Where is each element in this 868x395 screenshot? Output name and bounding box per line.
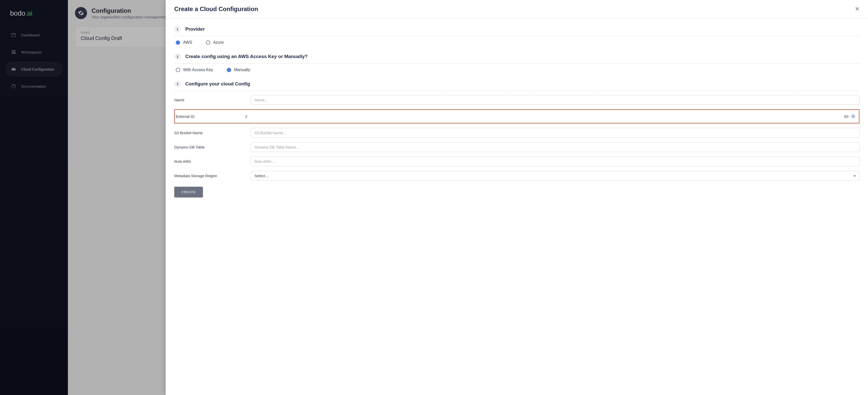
dynamo-input[interactable] bbox=[251, 142, 860, 152]
external-id-right: 60 bbox=[844, 114, 848, 119]
form-row-s3: S3 Bucket Name bbox=[174, 128, 860, 138]
form-row-name: Name bbox=[174, 95, 860, 105]
step-number: 3 bbox=[174, 81, 181, 87]
radio-manually[interactable]: Manually bbox=[227, 68, 250, 72]
external-id-label: External ID bbox=[175, 114, 245, 119]
step-title: Create config using an AWS Access Key or… bbox=[185, 54, 308, 59]
drawer-title: Create a Cloud Configuration bbox=[174, 5, 258, 12]
create-button[interactable]: CREATE bbox=[174, 187, 203, 197]
drawer-header: Create a Cloud Configuration ✕ bbox=[166, 0, 868, 18]
step-number: 1 bbox=[174, 26, 181, 32]
name-label: Name bbox=[174, 98, 245, 102]
role-arn-input[interactable] bbox=[251, 157, 860, 166]
role-arn-label: Role ARN bbox=[174, 159, 245, 164]
s3-bucket-input[interactable] bbox=[251, 128, 860, 138]
copy-icon bbox=[851, 115, 855, 118]
radio-circle-icon bbox=[206, 40, 210, 45]
radio-azure[interactable]: Azure bbox=[206, 40, 224, 45]
radio-label: Manually bbox=[234, 68, 250, 72]
dynamo-label: Dynamo DB Table bbox=[174, 145, 245, 149]
form-row-dynamo: Dynamo DB Table bbox=[174, 142, 860, 152]
create-cloud-config-drawer: Create a Cloud Configuration ✕ 1 Provide… bbox=[166, 0, 868, 395]
s3-label: S3 Bucket Name bbox=[174, 131, 245, 135]
region-select[interactable]: Select… bbox=[251, 171, 860, 181]
drawer-body: 1 Provider AWS Azure 2 Create config usi… bbox=[166, 18, 868, 205]
method-radio-group: With Access Key Manually bbox=[174, 68, 860, 78]
close-icon: ✕ bbox=[855, 6, 860, 12]
radio-with-access-key[interactable]: With Access Key bbox=[176, 68, 213, 72]
step-2-header: 2 Create config using an AWS Access Key … bbox=[174, 50, 860, 64]
step-1-header: 1 Provider bbox=[174, 23, 860, 36]
step-title: Provider bbox=[185, 26, 205, 32]
region-label: Metadata Storage Region bbox=[174, 174, 245, 178]
external-id-value: 2 60 bbox=[245, 113, 856, 119]
step-3-header: 3 Configure your cloud Config bbox=[174, 78, 860, 91]
radio-label: Azure bbox=[213, 40, 224, 45]
external-id-left: 2 bbox=[245, 114, 247, 119]
copy-button[interactable] bbox=[850, 113, 856, 119]
external-id-row: External ID 2 60 bbox=[174, 109, 860, 123]
radio-circle-selected-icon bbox=[227, 68, 231, 72]
radio-label: With Access Key bbox=[183, 68, 213, 72]
form-row-region: Metadata Storage Region Select… bbox=[174, 171, 860, 181]
name-input[interactable] bbox=[251, 95, 860, 105]
step-title: Configure your cloud Config bbox=[185, 81, 250, 87]
radio-circle-icon bbox=[176, 68, 180, 72]
step-number: 2 bbox=[174, 53, 181, 60]
form-row-role: Role ARN bbox=[174, 157, 860, 166]
provider-radio-group: AWS Azure bbox=[174, 40, 860, 50]
radio-label: AWS bbox=[183, 40, 192, 45]
radio-circle-selected-icon bbox=[176, 40, 180, 45]
close-button[interactable]: ✕ bbox=[855, 6, 860, 12]
radio-aws[interactable]: AWS bbox=[176, 40, 192, 45]
